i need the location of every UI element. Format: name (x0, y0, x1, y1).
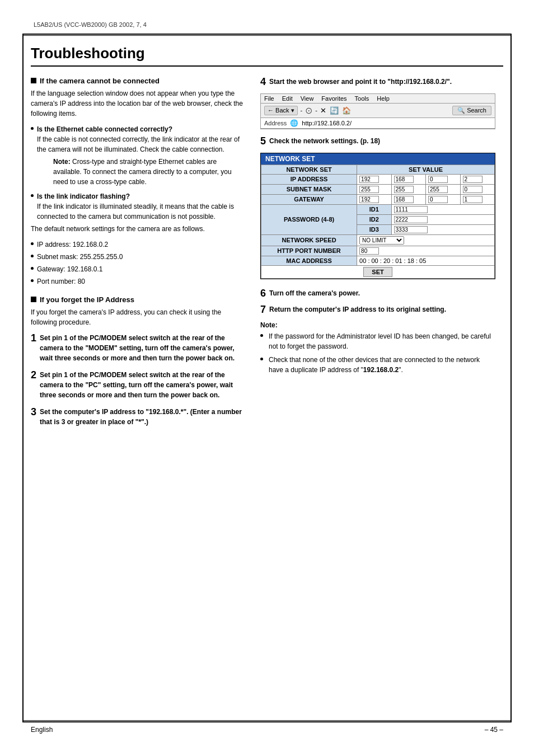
step-3-text: Set the computer's IP address to "192.16… (40, 407, 243, 427)
top-border-inner (22, 35, 512, 36)
page-container: L5AB2/US (VCC-WB2000) GB 2002, 7, 4 Trou… (0, 0, 534, 756)
pw-sub-label-id3: ID3 (357, 224, 391, 234)
subnet-val-1[interactable] (357, 184, 391, 194)
meta-line: L5AB2/US (VCC-WB2000) GB 2002, 7, 4 (34, 21, 147, 28)
pw-val-id2[interactable] (391, 214, 494, 224)
back-button[interactable]: ← Back ▾ (264, 106, 298, 115)
network-table-title: NETWORK SET (261, 153, 495, 165)
label-password: PASSWORD (4-8) (261, 204, 357, 234)
ip-input-4[interactable] (463, 176, 483, 183)
subnet-val-3[interactable] (426, 184, 460, 194)
gw-val-4[interactable] (460, 194, 495, 204)
speed-val[interactable]: NO LIMIT (357, 234, 495, 246)
step-3: 3 Set the computer's IP address to "192.… (31, 407, 243, 427)
default-settings-list: IP address: 192.168.0.2 Subnet mask: 255… (31, 240, 243, 287)
stop-icon[interactable]: ✕ (320, 106, 326, 115)
speed-select[interactable]: NO LIMIT (359, 236, 404, 245)
section1-intro: If the language selection window does no… (31, 88, 243, 119)
port-val[interactable] (357, 246, 495, 256)
menu-favorites[interactable]: Favorites (321, 95, 346, 102)
pw-val-id3[interactable] (391, 224, 494, 234)
home-icon[interactable]: 🏠 (342, 106, 351, 115)
subnet-input-2[interactable] (394, 186, 414, 193)
subnet-input-1[interactable] (359, 186, 379, 193)
search-button[interactable]: 🔍 Search (452, 106, 491, 115)
row-gateway: GATEWAY (261, 194, 495, 204)
label-ip: IP ADDRESS (261, 174, 357, 184)
section1-header: If the camera cannot be connected (31, 77, 243, 85)
pw-input-id2[interactable] (394, 216, 428, 223)
col-header-name: NETWORK SET (261, 165, 357, 174)
gw-val-3[interactable] (426, 194, 460, 204)
page-footer: English – 45 – (31, 726, 503, 734)
subnet-input-4[interactable] (463, 186, 483, 193)
browser-toolbar: ← Back ▾ - ⊙ - ✕ 🔄 🏠 🔍 Search (261, 104, 495, 118)
default-gateway: Gateway: 192.168.0.1 (31, 264, 243, 274)
address-value[interactable]: http://192.168.0.2/ (302, 120, 491, 126)
ip-val-4[interactable] (460, 174, 495, 184)
default-gateway-text: Gateway: 192.168.0.1 (37, 264, 102, 274)
port-input[interactable] (359, 247, 379, 255)
bullet-dot-gateway (31, 267, 34, 270)
subnet-val-4[interactable] (460, 184, 495, 194)
step-4-text: Start the web browser and point it to "h… (269, 77, 452, 87)
gw-input-3[interactable] (428, 196, 448, 203)
step-7: 7 Return the computer's IP address to it… (260, 304, 495, 316)
subnet-val-2[interactable] (391, 184, 425, 194)
right-note-1: If the password for the Administrator le… (260, 331, 495, 351)
left-border (22, 34, 24, 722)
default-subnet: Subnet mask: 255.255.255.0 (31, 252, 243, 262)
gw-input-1[interactable] (359, 196, 379, 203)
bullet-link-text: Is the link indicator flashing? If the l… (37, 191, 243, 222)
default-port-text: Port number: 80 (37, 276, 85, 287)
pw-input-id3[interactable] (394, 226, 428, 233)
refresh-icon[interactable]: 🔄 (330, 106, 339, 115)
default-ip-text: IP address: 192.168.0.2 (37, 240, 108, 250)
ip-input-1[interactable] (359, 176, 379, 183)
ip-input-2[interactable] (394, 176, 414, 183)
ip-val-3[interactable] (426, 174, 460, 184)
menu-file[interactable]: File (264, 95, 274, 102)
label-network-speed: NETWORK SPEED (261, 234, 357, 246)
bullet-dot-subnet (31, 255, 34, 257)
page-title: Troubleshooting (31, 45, 503, 67)
browser-address-bar: Address 🌐 http://192.168.0.2/ (261, 118, 495, 129)
label-gateway: GATEWAY (261, 194, 357, 204)
gw-input-2[interactable] (394, 196, 414, 203)
subnet-input-3[interactable] (428, 186, 448, 193)
step-4: 4 Start the web browser and point it to … (260, 77, 495, 88)
menu-view[interactable]: View (301, 95, 314, 102)
note-block-1: Note: Cross-type and straight-type Ether… (31, 157, 243, 187)
row-mac: MAC ADDRESS 00 : 00 : 20 : 01 : 18 : 05 (261, 256, 495, 265)
gw-input-4[interactable] (463, 196, 483, 203)
ip-val-2[interactable] (391, 174, 425, 184)
right-note-2: Check that none of the other devices tha… (260, 355, 495, 375)
ip-val-1[interactable] (357, 174, 391, 184)
menu-tools[interactable]: Tools (355, 95, 369, 102)
bullet-dot-port (31, 279, 34, 282)
menu-help[interactable]: Help (377, 95, 390, 102)
section-forget-ip: If you forget the IP Address If you forg… (31, 295, 243, 427)
label-mac: MAC ADDRESS (261, 256, 357, 265)
step-1: 1 Set pin 1 of the PC/MODEM select switc… (31, 333, 243, 363)
menu-edit[interactable]: Edit (282, 95, 293, 102)
label-http-port: HTTP PORT NUMBER (261, 246, 357, 256)
row-ip: IP ADDRESS (261, 174, 495, 184)
ip-input-3[interactable] (428, 176, 448, 183)
step-1-text: Set pin 1 of the PC/MODEM select switch … (40, 333, 243, 363)
bullet-dot-ip (31, 242, 34, 245)
set-button[interactable]: SET (363, 267, 392, 277)
step-5: 5 Check the network settings. (p. 18) (260, 136, 495, 147)
network-table: NETWORK SET SET VALUE IP ADDRESS (261, 165, 495, 279)
step-6-num: 6 (260, 288, 266, 299)
gw-val-2[interactable] (391, 194, 425, 204)
pw-input-id1[interactable] (394, 206, 428, 213)
gw-val-1[interactable] (357, 194, 391, 204)
pw-val-id1[interactable] (391, 204, 494, 214)
label-subnet: SUBNET MASK (261, 184, 357, 194)
step-6: 6 Turn off the camera's power. (260, 288, 495, 299)
forward-icon[interactable]: ⊙ (305, 105, 312, 116)
top-border-outer (22, 34, 512, 35)
note-label: Note: (260, 321, 495, 329)
row-http-port: HTTP PORT NUMBER (261, 246, 495, 256)
